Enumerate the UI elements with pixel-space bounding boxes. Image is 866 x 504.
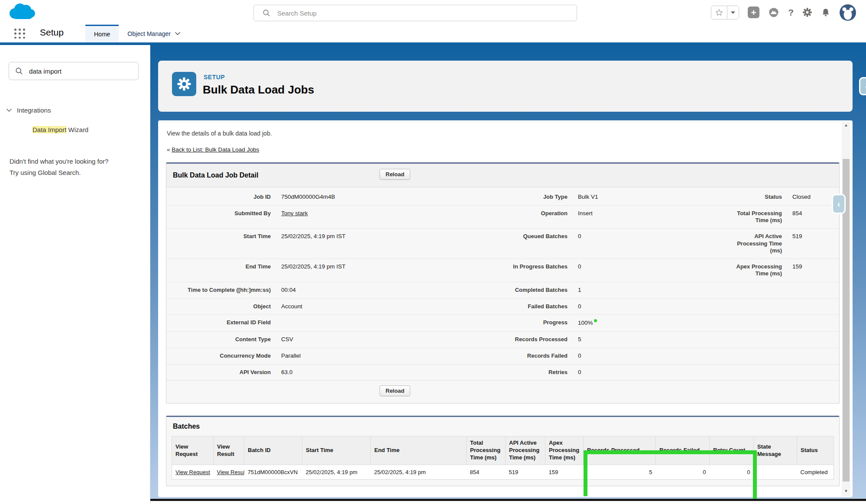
sidebar-search-input[interactable] bbox=[28, 67, 138, 75]
astro-avatar-icon bbox=[839, 4, 856, 21]
table-row: View RequestView Result751dM00000BcxVN25… bbox=[172, 465, 834, 480]
collapse-panel-button[interactable]: ‹ bbox=[859, 77, 866, 95]
field-label: External ID Field bbox=[227, 319, 271, 326]
detail-row: Content TypeCSVRecords Processed5 bbox=[166, 331, 839, 348]
view-result-link[interactable]: View Result bbox=[217, 469, 244, 475]
scroll-up-arrow[interactable]: ▲ bbox=[842, 121, 850, 129]
scroll-down-arrow[interactable]: ▼ bbox=[842, 487, 850, 495]
batches-section: Batches View RequestView ResultBatch IDS… bbox=[166, 416, 840, 486]
field-label: Failed Batches bbox=[528, 303, 568, 310]
table-cell: Completed bbox=[797, 465, 834, 480]
table-cell: 519 bbox=[506, 465, 545, 480]
column-header: API Active Processing Time (ms) bbox=[506, 436, 545, 465]
field-label: Progress bbox=[543, 319, 568, 326]
field-value: 0 bbox=[578, 263, 581, 270]
field-label: Records Failed bbox=[527, 352, 568, 359]
setup-gear-button[interactable] bbox=[802, 7, 812, 17]
chevron-down-icon bbox=[175, 32, 181, 36]
search-setup-input[interactable] bbox=[276, 9, 577, 17]
table-cell: 5 bbox=[584, 465, 656, 480]
view-request-link[interactable]: View Request bbox=[175, 469, 210, 475]
help-button[interactable]: ? bbox=[788, 7, 794, 18]
content-card: View the details of a bulk data load job… bbox=[158, 120, 853, 497]
field-value: 854 bbox=[792, 210, 802, 216]
user-avatar[interactable] bbox=[839, 4, 856, 21]
field-value: 1 bbox=[578, 287, 581, 293]
table-cell: 854 bbox=[467, 465, 506, 480]
app-name: Setup bbox=[40, 27, 64, 38]
field-value: 5 bbox=[578, 336, 581, 342]
reload-button-bottom[interactable]: Reload bbox=[379, 385, 410, 396]
column-header: Total Processing Time (ms) bbox=[467, 436, 506, 465]
detail-row: Start Time25/02/2025, 4:19 pm ISTQueued … bbox=[166, 228, 839, 258]
sidebar-item-data-import-wizard[interactable]: Data Import Wizard bbox=[32, 126, 88, 133]
field-value: 0 bbox=[578, 233, 581, 239]
field-value: 25/02/2025, 4:19 pm IST bbox=[281, 263, 346, 270]
favorites-caret-button[interactable] bbox=[727, 6, 739, 19]
page-header-card: SETUP Bulk Data Load Jobs bbox=[158, 61, 853, 112]
column-header: Records Processed bbox=[584, 436, 656, 465]
field-label: Total Processing Time (ms) bbox=[735, 210, 782, 224]
field-value: Account bbox=[281, 303, 302, 310]
job-detail-grid: Job ID750dM00000G4m4BJob TypeBulk V1Stat… bbox=[166, 187, 839, 380]
back-to-list-link[interactable]: Back to List: Bulk Data Load Jobs bbox=[172, 146, 259, 153]
field-label: Operation bbox=[541, 210, 568, 216]
salesforce-logo[interactable] bbox=[9, 3, 36, 23]
field-label: Time to Complete ([hh:]mm:ss) bbox=[188, 287, 271, 293]
field-label: Job ID bbox=[253, 194, 271, 200]
detail-row: External ID FieldProgress100% bbox=[166, 314, 839, 331]
field-value: 63.0 bbox=[281, 369, 292, 375]
field-label: Retries bbox=[548, 369, 568, 375]
field-value: 519 bbox=[792, 233, 802, 239]
detail-row: Concurrency ModeParallelRecords Failed0 bbox=[166, 348, 839, 364]
global-search bbox=[253, 5, 577, 21]
progress-green-dot bbox=[594, 319, 597, 322]
detail-row: Submitted ByTony starkOperationInsertTot… bbox=[166, 205, 839, 229]
field-value: 0 bbox=[578, 352, 581, 359]
field-label: End Time bbox=[246, 263, 271, 270]
detail-row: Time to Complete ([hh:]mm:ss)00:04Comple… bbox=[166, 282, 839, 298]
table-cell: 0 bbox=[710, 465, 754, 480]
search-match-highlight: Data Import bbox=[32, 126, 66, 133]
field-label: Content Type bbox=[235, 336, 271, 342]
field-label: Queued Batches bbox=[523, 233, 568, 239]
detail-row: Job ID750dM00000G4m4BJob TypeBulk V1Stat… bbox=[166, 187, 839, 205]
column-header: Apex Processing Time (ms) bbox=[545, 436, 584, 465]
submitted-by-link[interactable]: Tony stark bbox=[281, 210, 308, 216]
batches-table: View RequestView ResultBatch IDStart Tim… bbox=[172, 436, 834, 480]
trailhead-button[interactable] bbox=[768, 7, 779, 18]
page-description: View the details of a bulk data load job… bbox=[167, 130, 840, 137]
field-value: Parallel bbox=[281, 352, 301, 359]
quick-create-button[interactable]: + bbox=[748, 6, 759, 18]
expand-side-panel-button[interactable]: ‹ bbox=[832, 194, 846, 214]
field-label: Object bbox=[253, 303, 271, 310]
field-label: Job Type bbox=[543, 194, 568, 200]
favorites-group bbox=[711, 6, 739, 19]
table-cell bbox=[754, 465, 797, 480]
sidebar-notfound-text: Didn't find what you're looking for? Try… bbox=[10, 156, 108, 179]
tab-object-manager[interactable]: Object Manager bbox=[119, 25, 189, 42]
field-label: API Version bbox=[240, 369, 271, 375]
favorites-star-button[interactable] bbox=[711, 6, 727, 19]
column-header: Records Failed bbox=[656, 436, 710, 465]
notifications-button[interactable] bbox=[821, 8, 830, 17]
tab-home[interactable]: Home bbox=[85, 25, 119, 42]
field-label: In Progress Batches bbox=[513, 263, 568, 270]
setup-sidebar: Integrations Data Import Wizard Didn't f… bbox=[0, 45, 150, 504]
field-value: 0 bbox=[578, 303, 581, 310]
field-value: Insert bbox=[578, 210, 593, 216]
vertical-scrollbar[interactable]: ▲ ▼ bbox=[842, 121, 850, 496]
table-cell: 159 bbox=[545, 465, 584, 480]
question-icon: ? bbox=[788, 7, 794, 18]
field-value: 159 bbox=[792, 263, 802, 270]
sidebar-section-integrations[interactable]: Integrations bbox=[6, 107, 51, 114]
reload-button-top[interactable]: Reload bbox=[379, 169, 410, 180]
job-detail-section: Bulk Data Load Job Detail Reload Job ID7… bbox=[166, 162, 840, 404]
app-launcher-button[interactable] bbox=[14, 29, 26, 39]
page-title: Bulk Data Load Jobs bbox=[203, 83, 314, 97]
trailhead-icon bbox=[768, 7, 779, 18]
table-cell: 751dM00000BcxVN bbox=[244, 465, 302, 480]
setup-gear-tile bbox=[172, 72, 196, 96]
detail-row: ObjectAccountFailed Batches0 bbox=[166, 298, 839, 315]
field-value: Closed bbox=[792, 194, 811, 200]
